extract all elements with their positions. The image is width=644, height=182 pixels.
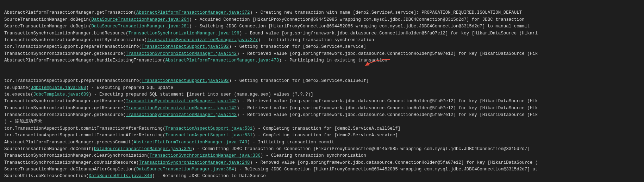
log-line-21: TransactionSynchronizationManager.doUnbi… <box>4 160 640 166</box>
log-link[interactable]: JdbcTemplate.java:609 <box>33 92 89 97</box>
log-link[interactable]: DataSourceUtils.java:340 <box>89 174 152 178</box>
log-text: SourceTransactionManager.doBegin( <box>4 17 92 22</box>
log-line-5: TransactionSynchronizationManager.initSy… <box>4 37 640 44</box>
log-text: AbstractPlatformTransactionManager.proce… <box>4 140 134 145</box>
log-text: ) - Executing prepared SQL statement [in… <box>89 92 313 97</box>
log-text: ) - Getting transaction for [demo2.Servi… <box>229 78 369 83</box>
log-text: SourceTransactionManager.doCleanupAfterC… <box>4 167 136 172</box>
log-line-12: TransactionSynchronizationManager.getRes… <box>4 98 640 105</box>
log-line-22: SourceTransactionManager.doCleanupAfterC… <box>4 166 640 173</box>
log-text: ) - Releasing JDBC Connection [HikariPro… <box>234 167 538 172</box>
log-text: TransactionSynchronizationManager.getRes… <box>4 106 126 111</box>
log-text: ) - Removed value [org.springframework.j… <box>250 160 538 165</box>
log-link[interactable]: TransactionSynchronizationManager.java:1… <box>129 31 239 36</box>
log-link[interactable]: DataSourceTransactionManager.java:264 <box>92 17 189 22</box>
log-text: tor.TransactionAspectSupport.prepareTran… <box>4 78 142 83</box>
log-line-11: te.execute(JdbcTemplate.java:609) - Exec… <box>4 91 640 98</box>
log-line-17: tor.TransactionAspectSupport.commitTrans… <box>4 132 640 139</box>
log-text: TransactionSynchronizationManager.bindRe… <box>4 31 129 36</box>
log-link[interactable]: TransactionSynchronizationManager.java:2… <box>139 160 250 165</box>
log-text: AbstractPlatformTransactionManager.handl… <box>4 58 165 63</box>
log-text: ) - Bound value [org.springframework.jdb… <box>239 31 538 36</box>
log-text: ) - Acquired Connection [HikariProxyConn… <box>189 17 525 22</box>
log-link[interactable]: AbstractPlatformTransactionManager.java:… <box>134 140 248 145</box>
log-link[interactable]: TransactionAspectSupport.java:531 <box>165 133 253 138</box>
log-link[interactable]: AbstractPlatformTransactionManager.java:… <box>165 58 279 63</box>
log-link[interactable]: TransactionSynchronizationManager.java:3… <box>150 153 261 158</box>
log-text: ) - Retrieved value [org.springframework… <box>237 112 538 117</box>
log-text: tor.TransactionAspectSupport.prepareTran… <box>4 44 142 49</box>
log-line-18: AbstractPlatformTransactionManager.proce… <box>4 139 640 146</box>
log-text: ) - Getting transaction for [demo2.Servi… <box>229 44 366 49</box>
red-arrow-annotation <box>369 64 390 84</box>
log-line-15: ) - 添加成功赤犬 <box>4 118 640 125</box>
log-line-14: TransactionSynchronizationManager.getRes… <box>4 112 640 118</box>
log-text: ) - Creating new transaction with name [… <box>250 10 522 15</box>
log-link[interactable]: DataSourceTransactionManager.java:326 <box>94 147 192 151</box>
log-link[interactable]: TransactionSynchronizationManager.java:1… <box>126 51 237 56</box>
log-text: AbstractPlatformTransactionManager.getTr… <box>4 10 136 15</box>
log-text: ) - Completing transaction for [demo2.Se… <box>252 126 400 131</box>
log-line-4: TransactionSynchronizationManager.bindRe… <box>4 30 640 37</box>
log-text: SourceTransactionManager.doCommit( <box>4 147 94 151</box>
log-line-20: TransactionSynchronizationManager.clearS… <box>4 152 640 159</box>
log-text: SourceUtils.doReleaseConnection( <box>4 174 89 178</box>
red-arrow-icon <box>362 58 393 68</box>
log-link[interactable]: TransactionSynchronizationManager.java:2… <box>147 38 258 43</box>
log-text: ) - 添加成功赤犬 <box>4 119 42 124</box>
log-text: te.execute( <box>4 92 33 97</box>
log-line-8: AbstractPlatformTransactionManager.handl… <box>4 57 640 64</box>
log-text: ) - Completing transaction for [demo2.Se… <box>252 133 398 138</box>
log-link[interactable]: TransactionAspectSupport.java:502 <box>142 44 229 49</box>
log-text: TransactionSynchronizationManager.getRes… <box>4 51 126 56</box>
log-text: ) - Retrieved value [org.springframework… <box>237 106 538 111</box>
log-text: ) - Switching JDBC Connection [HikariPro… <box>189 24 530 29</box>
log-line-3: SourceTransactionManager.doBegin(DataSou… <box>4 23 640 30</box>
log-link[interactable]: TransactionSynchronizationManager.java:1… <box>126 112 237 117</box>
log-link[interactable]: TransactionAspectSupport.java:531 <box>165 126 253 131</box>
log-text: SourceTransactionManager.doBegin( <box>4 24 92 29</box>
log-text: ) - Initializing transaction synchroniza… <box>258 38 374 43</box>
log-line-7: TransactionSynchronizationManager.getRes… <box>4 51 640 57</box>
log-text: te.update( <box>4 85 31 90</box>
log-line-16: tor.TransactionAspectSupport.commitTrans… <box>4 125 640 132</box>
log-text: TransactionSynchronizationManager.getRes… <box>4 112 126 117</box>
log-text: TransactionSynchronizationManager.initSy… <box>4 38 147 43</box>
log-text: ) - Clearing transaction synchronization <box>261 153 366 158</box>
log-line-13: TransactionSynchronizationManager.getRes… <box>4 105 640 112</box>
log-link[interactable]: DataSourceTransactionManager.java:281 <box>92 24 189 29</box>
log-line-2: SourceTransactionManager.doBegin(DataSou… <box>4 17 640 23</box>
log-text: TransactionSynchronizationManager.clearS… <box>4 153 150 158</box>
log-text: ) - Retrieved value [org.springframework… <box>237 51 538 56</box>
log-line-23: SourceUtils.doReleaseConnection(DataSour… <box>4 173 640 180</box>
log-link[interactable]: TransactionAspectSupport.java:502 <box>142 78 229 83</box>
log-link[interactable]: DataSourceTransactionManager.java:384 <box>136 167 234 172</box>
log-text: tor.TransactionAspectSupport.commitTrans… <box>4 126 165 131</box>
log-text: TransactionSynchronizationManager.doUnbi… <box>4 160 139 165</box>
log-text: ) - Executing prepared SQL update <box>86 85 174 90</box>
log-line-10: te.update(JdbcTemplate.java:860) - Execu… <box>4 85 640 91</box>
log-line-6: tor.TransactionAspectSupport.prepareTran… <box>4 44 640 50</box>
log-line-1: AbstractPlatformTransactionManager.getTr… <box>4 9 640 16</box>
log-line-9: tor.TransactionAspectSupport.prepareTran… <box>4 64 640 84</box>
log-text: ) - Retrieved value [org.springframework… <box>237 99 538 104</box>
log-text: ) - Returning JDBC Connection to DataSou… <box>152 174 266 178</box>
log-link[interactable]: TransactionSynchronizationManager.java:1… <box>126 99 237 104</box>
log-line-19: SourceTransactionManager.doCommit(DataSo… <box>4 146 640 152</box>
log-text: TransactionSynchronizationManager.getRes… <box>4 99 126 104</box>
log-link[interactable]: JdbcTemplate.java:860 <box>31 85 86 90</box>
log-text: tor.TransactionAspectSupport.commitTrans… <box>4 133 165 138</box>
log-output: AbstractPlatformTransactionManager.getTr… <box>4 3 640 180</box>
log-link[interactable]: AbstractPlatformTransactionManager.java:… <box>136 10 250 15</box>
log-text: ) - Initiating transaction commit <box>247 140 334 145</box>
log-link[interactable]: TransactionSynchronizationManager.java:1… <box>126 106 237 111</box>
log-text: ) - Committing JDBC transaction on Conne… <box>192 147 530 151</box>
